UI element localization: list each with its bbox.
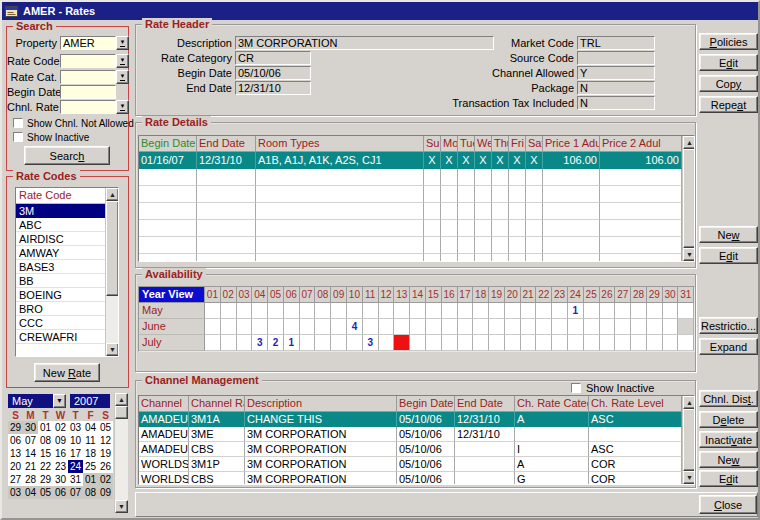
column-header[interactable]: Room Types	[256, 136, 424, 152]
scroll-thumb[interactable]	[683, 149, 695, 248]
scroll-down-icon[interactable]: ▼	[683, 471, 695, 484]
column-header[interactable]: Price 2 Adul	[600, 136, 682, 152]
calendar-day[interactable]: 06	[8, 434, 23, 447]
calendar-day[interactable]: 07	[68, 486, 83, 499]
availability-cell[interactable]	[410, 303, 426, 319]
calendar-day[interactable]: 22	[38, 460, 53, 473]
rate-code-item[interactable]: CCC	[16, 316, 105, 330]
column-header[interactable]: Tue	[458, 136, 475, 152]
rate-code-item[interactable]: AMWAY	[16, 246, 105, 260]
availability-cell[interactable]	[663, 319, 679, 335]
availability-cell[interactable]	[568, 335, 584, 351]
channel-row[interactable]: WORLDSPA3M1P3M CORPORATION05/10/06ACOR	[139, 457, 694, 472]
availability-cell[interactable]	[268, 319, 284, 335]
availability-cell[interactable]	[300, 335, 316, 351]
calendar-day[interactable]: 19	[98, 447, 113, 460]
new-channel-button[interactable]: New	[699, 451, 758, 468]
availability-cell[interactable]	[394, 303, 410, 319]
availability-cell[interactable]	[458, 319, 474, 335]
rate-code-item[interactable]: BASE3	[16, 260, 105, 274]
availability-cell[interactable]	[489, 335, 505, 351]
availability-cell[interactable]	[536, 319, 552, 335]
availability-cell[interactable]	[426, 319, 442, 335]
calendar-day[interactable]: 25	[83, 460, 98, 473]
column-header[interactable]: Thu	[492, 136, 509, 152]
availability-cell[interactable]: 1	[284, 335, 300, 351]
calendar-day[interactable]: 15	[38, 447, 53, 460]
availability-cell[interactable]	[379, 319, 395, 335]
calendar-day[interactable]: 08	[83, 486, 98, 499]
scrollbar[interactable]: ▲▼	[682, 136, 695, 261]
availability-cell[interactable]	[647, 303, 663, 319]
scroll-up-icon[interactable]: ▲	[106, 188, 119, 201]
availability-cell[interactable]	[521, 335, 537, 351]
availability-cell[interactable]	[489, 303, 505, 319]
calendar-day[interactable]: 18	[83, 447, 98, 460]
scroll-up-icon[interactable]: ▲	[115, 393, 128, 406]
availability-cell[interactable]	[331, 303, 347, 319]
availability-cell[interactable]	[442, 303, 458, 319]
calendar-day[interactable]: 02	[53, 421, 68, 434]
calendar-day[interactable]: 09	[98, 486, 113, 499]
delete-channel-button[interactable]: Delete	[699, 411, 758, 428]
availability-cell[interactable]	[600, 303, 616, 319]
rate-detail-row[interactable]: 01/16/0712/31/10A1B, A1J, A1K, A2S, CJ1X…	[139, 152, 694, 169]
search-button[interactable]: Search	[24, 146, 110, 165]
availability-cell[interactable]	[678, 319, 694, 335]
column-header[interactable]: Wed	[475, 136, 492, 152]
calendar-day[interactable]: 26	[98, 460, 113, 473]
dropdown-lov-icon[interactable]: ▼	[116, 70, 129, 84]
availability-cell[interactable]	[600, 335, 616, 351]
calendar-day[interactable]: 28	[23, 473, 38, 486]
calendar-day[interactable]: 05	[98, 421, 113, 434]
calendar-day[interactable]: 14	[23, 447, 38, 460]
availability-cell[interactable]	[615, 335, 631, 351]
new-rate-detail-button[interactable]: New	[699, 226, 758, 243]
scrollbar[interactable]: ▲▼	[114, 393, 128, 513]
column-header[interactable]: Description	[245, 396, 397, 412]
calendar-day[interactable]: 01	[38, 421, 53, 434]
availability-cell[interactable]	[663, 335, 679, 351]
column-header[interactable]: Ch. Rate Level	[589, 396, 682, 412]
search-begin-date-input[interactable]	[60, 85, 116, 99]
availability-cell[interactable]	[237, 319, 253, 335]
calendar-day[interactable]: 03	[68, 421, 83, 434]
calendar-day[interactable]: 29	[38, 473, 53, 486]
availability-cell[interactable]	[647, 335, 663, 351]
availability-cell[interactable]	[552, 303, 568, 319]
calendar-month-select[interactable]: May	[8, 394, 53, 408]
column-header[interactable]: Sun	[424, 136, 441, 152]
channel-row[interactable]: WORLDSPACBS3M CORPORATION05/10/06GCOR	[139, 472, 694, 485]
scroll-down-icon[interactable]: ▼	[106, 343, 119, 356]
inactivate-channel-button[interactable]: Inactivate	[699, 431, 758, 448]
calendar-day[interactable]: 13	[8, 447, 23, 460]
availability-cell[interactable]	[237, 303, 253, 319]
availability-cell[interactable]	[221, 335, 237, 351]
availability-cell[interactable]	[410, 335, 426, 351]
restrictions-button[interactable]: Restrictio...	[699, 317, 758, 334]
availability-cell[interactable]	[394, 319, 410, 335]
calendar-day[interactable]: 10	[68, 434, 83, 447]
calendar-day[interactable]: 27	[8, 473, 23, 486]
scrollbar[interactable]: ▲▼	[105, 188, 119, 356]
calendar-month-dropdown-icon[interactable]: ▼	[53, 394, 66, 408]
show-inactive-checkbox[interactable]	[571, 383, 581, 393]
channel-distribution-button[interactable]: Chnl. Dist.	[699, 390, 758, 407]
availability-cell[interactable]: 3	[363, 335, 379, 351]
availability-cell[interactable]	[442, 319, 458, 335]
search-checkbox[interactable]	[13, 132, 23, 142]
availability-cell[interactable]	[552, 335, 568, 351]
scroll-thumb[interactable]	[683, 409, 695, 471]
availability-cell[interactable]	[473, 335, 489, 351]
availability-cell[interactable]	[205, 303, 221, 319]
availability-cell[interactable]	[394, 335, 410, 351]
availability-cell[interactable]	[221, 303, 237, 319]
expand-button[interactable]: Expand	[699, 338, 758, 355]
availability-cell[interactable]	[458, 335, 474, 351]
calendar-year-field[interactable]: 2007	[70, 394, 110, 408]
availability-cell[interactable]	[300, 319, 316, 335]
availability-cell[interactable]: 2	[268, 335, 284, 351]
availability-cell[interactable]	[505, 319, 521, 335]
calendar-day[interactable]: 05	[38, 486, 53, 499]
scroll-up-icon[interactable]: ▲	[683, 396, 695, 409]
